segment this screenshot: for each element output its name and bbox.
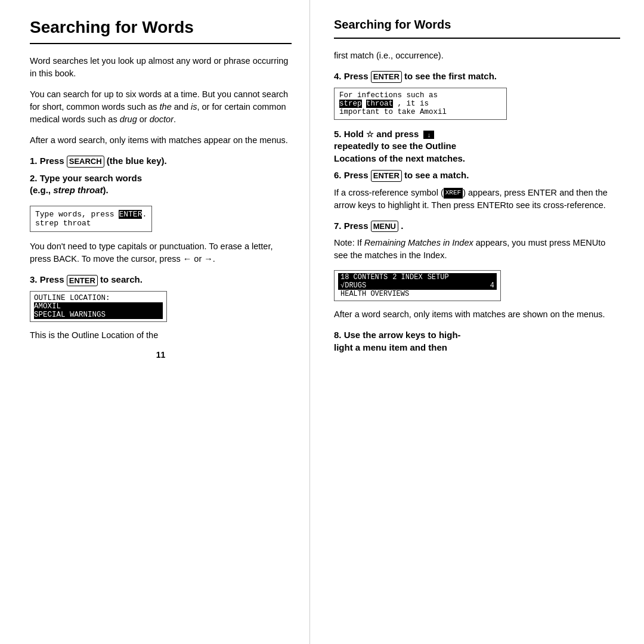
step7: 7. Press MENU . bbox=[334, 220, 620, 233]
menu-key-step7: MENU bbox=[371, 221, 398, 233]
enter-key-para6-2: ENTER bbox=[477, 200, 506, 210]
enter-key-highlight: ENTER bbox=[119, 210, 142, 219]
page-container: Searching for Words Word searches let yo… bbox=[0, 0, 644, 644]
screen3-line3: important to take Amoxil bbox=[339, 108, 501, 116]
page-number: 11 bbox=[30, 350, 292, 360]
left-para2-text5: . bbox=[174, 114, 176, 124]
screen4-row3: HEALTH OVERVIEWS bbox=[338, 290, 497, 298]
left-title: Searching for Words bbox=[30, 18, 292, 37]
down-arrow-key: ↓ bbox=[423, 131, 434, 139]
screen4-col3: SETUP bbox=[425, 273, 497, 281]
right-para6: If a cross-reference symbol (XREF) appea… bbox=[334, 187, 620, 212]
left-para5: This is the Outline Location of the bbox=[30, 329, 292, 342]
screen1-line1: Type words, press ENTER. bbox=[35, 210, 147, 219]
step5-line3: repeatedly to see the Outline bbox=[334, 141, 456, 151]
screen3-hl2: throat bbox=[366, 100, 393, 108]
step4-end: to see the first match. bbox=[404, 71, 497, 81]
left-para2-the: the bbox=[160, 102, 172, 112]
step8-line2: light a menu item and then bbox=[334, 342, 447, 352]
para7-mid: appears, you must press bbox=[476, 238, 573, 247]
enter-key-step4: ENTER bbox=[371, 71, 402, 83]
step7-label: 7. Press bbox=[334, 221, 369, 231]
para6-pre: If a cross-reference symbol ( bbox=[334, 188, 444, 197]
screen4-col2: 2 INDEX bbox=[390, 273, 425, 281]
screen4-row2: √DRUGS 4 bbox=[338, 281, 497, 290]
step6-label: 6. Press bbox=[334, 170, 369, 180]
screen-box-3: For infections such as strep throat , it… bbox=[334, 88, 507, 120]
star-icon: ☆ bbox=[366, 129, 374, 140]
screen3-line2: strep throat , it is bbox=[339, 100, 501, 108]
screen2-row3: SPECIAL WARNINGS bbox=[34, 311, 163, 319]
step8-line1: 8. Use the arrow keys to high- bbox=[334, 330, 461, 340]
screen3-hl1: strep bbox=[339, 100, 362, 108]
left-para2-text2: and bbox=[172, 102, 191, 112]
right-para8: After a word search, only items with mat… bbox=[334, 308, 620, 321]
step1-label: 1. Press bbox=[30, 156, 64, 166]
menu-key-para7: MENU bbox=[573, 238, 599, 247]
left-column: Searching for Words Word searches let yo… bbox=[0, 0, 310, 644]
screen4-count: 4 bbox=[488, 281, 497, 290]
step3-label: 3. Press bbox=[30, 274, 64, 284]
left-para2-text4: or bbox=[137, 114, 150, 124]
screen4-col1: 18 CONTENTS bbox=[338, 273, 390, 281]
para4-text2: . To move the cursor, press ← or →. bbox=[77, 254, 215, 264]
screen1-dot: . bbox=[142, 210, 147, 219]
left-para3: After a word search, only items with mat… bbox=[30, 134, 292, 147]
screen3-text2: , it is bbox=[398, 100, 429, 108]
screen4-drugs: √DRUGS bbox=[338, 281, 488, 290]
step6: 6. Press ENTER to see a match. bbox=[334, 169, 620, 182]
left-para2-doctor: doctor bbox=[150, 114, 174, 124]
screen1-line2: strep throat bbox=[35, 219, 147, 228]
enter-key-para6-1: ENTER bbox=[528, 188, 557, 197]
screen1-text1: Type words, press bbox=[35, 210, 114, 219]
step5-line4: Locations of the next matches. bbox=[334, 153, 465, 163]
search-key: SEARCH bbox=[67, 156, 104, 168]
right-para7: Note: If Remaining Matches in Index appe… bbox=[334, 237, 620, 262]
screen4-header: 18 CONTENTS 2 INDEX SETUP bbox=[338, 273, 497, 281]
left-para1: Word searches let you look up almost any… bbox=[30, 55, 292, 80]
left-para2-is: is bbox=[191, 102, 197, 112]
para7-note: Note: If bbox=[334, 238, 362, 247]
step2-paren: (e.g., bbox=[30, 185, 51, 195]
step2: 2. Type your search words (e.g., strep t… bbox=[30, 172, 292, 197]
step7-end: . bbox=[401, 221, 403, 231]
step2-end: ). bbox=[103, 185, 109, 195]
step5: 5. Hold ☆ and press ↓ repeatedly to see … bbox=[334, 128, 620, 165]
right-title: Searching for Words bbox=[334, 18, 620, 32]
para6-end: to see its cross-reference. bbox=[506, 200, 606, 210]
left-para4: You don't need to type capitals or punct… bbox=[30, 240, 292, 265]
enter-key-step3: ENTER bbox=[67, 275, 98, 287]
para7-italic: Remaining Matches in Index bbox=[364, 238, 473, 247]
screen3-line1: For infections such as bbox=[339, 91, 501, 100]
step6-end: to see a match. bbox=[404, 170, 469, 180]
step3: 3. Press ENTER to search. bbox=[30, 274, 292, 286]
step5-line1: 5. Hold bbox=[334, 129, 364, 139]
screen-box-1: Type words, press ENTER. strep throat bbox=[30, 206, 152, 232]
step4-label: 4. Press bbox=[334, 71, 369, 81]
left-para2-drug: drug bbox=[120, 114, 137, 124]
step1: 1. Press SEARCH (the blue key). bbox=[30, 155, 292, 168]
step3-end: to search. bbox=[100, 274, 143, 284]
xref-badge: XREF bbox=[444, 188, 463, 199]
screen2-row1: OUTLINE LOCATION: bbox=[34, 294, 163, 302]
right-para1: first match (i.e., occurrence). bbox=[334, 49, 620, 62]
screen-box-4: 18 CONTENTS 2 INDEX SETUP √DRUGS 4 HEALT… bbox=[334, 270, 501, 301]
left-para2: You can search for up to six words at a … bbox=[30, 88, 292, 126]
back-key: BACK bbox=[54, 254, 78, 264]
step2-line1: 2. Type your search words bbox=[30, 173, 142, 183]
para6-post: ) appears, press bbox=[463, 188, 528, 197]
left-divider bbox=[30, 43, 292, 44]
step4: 4. Press ENTER to see the first match. bbox=[334, 70, 620, 83]
step5-and-press: and press bbox=[376, 129, 419, 139]
right-divider bbox=[334, 38, 620, 39]
enter-key-step6: ENTER bbox=[371, 170, 402, 182]
screen4-health: HEALTH OVERVIEWS bbox=[338, 290, 411, 298]
step8: 8. Use the arrow keys to high- light a m… bbox=[334, 329, 620, 354]
step2-italic: strep throat bbox=[53, 185, 103, 195]
screen-box-2: OUTLINE LOCATION: AMOXIL SPECIAL WARNING… bbox=[30, 291, 167, 322]
right-column: Searching for Words first match (i.e., o… bbox=[310, 0, 644, 644]
step1-end: (the blue key). bbox=[107, 156, 167, 166]
screen2-row2: AMOXIL bbox=[34, 302, 163, 311]
